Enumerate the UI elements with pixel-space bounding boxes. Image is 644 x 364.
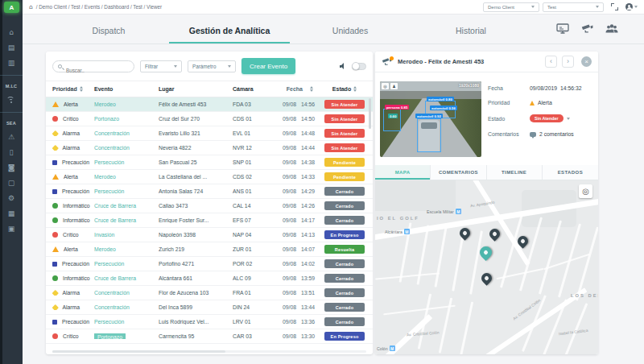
cctv-icon[interactable]	[581, 23, 593, 34]
event-link[interactable]: Merodeo	[94, 174, 116, 180]
warning-icon[interactable]: ⚠	[8, 134, 14, 141]
detail-tab-comentarios[interactable]: COMENTARIOS	[431, 165, 486, 180]
home-icon[interactable]: ⌂	[29, 3, 33, 10]
id-card-icon[interactable]: ▤	[8, 44, 15, 52]
event-link[interactable]: Persecución	[94, 319, 124, 325]
parameter-dropdown[interactable]: Parámetro	[188, 60, 236, 72]
date-cell: 09/0813:51	[275, 290, 323, 296]
sort-icon[interactable]	[80, 86, 83, 92]
column-header-estado[interactable]: Estado	[323, 86, 366, 92]
sort-icon[interactable]	[310, 86, 313, 92]
table-row[interactable]: PrecauciónPersecuciónPortofino 4271POR 0…	[46, 257, 373, 271]
table-row[interactable]: AlarmaConcentraciónFlor de Azucena 103FR…	[46, 286, 373, 300]
cctv-camera-icon[interactable]: ◙	[8, 164, 15, 172]
calculator-icon[interactable]: ▦	[8, 210, 15, 217]
table-row[interactable]: InformáticoCruce de BarreraCallao 3473CA…	[46, 199, 373, 213]
table-row[interactable]: AlarmaConcentraciónDel Inca 5899DIN 2409…	[46, 300, 373, 315]
locate-button[interactable]: ◎	[579, 184, 592, 198]
person-icon[interactable]: ♟	[390, 83, 398, 89]
table-row[interactable]: AlarmaConcentraciónNeveria 4822NVR 1209/…	[46, 141, 373, 155]
wifi-icon[interactable]	[6, 97, 16, 104]
files-icon[interactable]: ▢	[8, 180, 15, 187]
mobile-icon[interactable]: ▯	[10, 149, 14, 156]
priority-label: Alerta	[64, 101, 78, 107]
date-value: 09/08	[283, 217, 296, 223]
chevron-down-icon[interactable]	[567, 118, 570, 120]
sound-mute-icon[interactable]	[340, 63, 346, 69]
event-link[interactable]: Cruce de Barrera	[94, 275, 136, 281]
status-badge: Cerrado	[324, 317, 365, 326]
metro-station[interactable]: Alcántara M	[385, 229, 410, 234]
map-pin[interactable]	[457, 225, 472, 240]
prev-event-button[interactable]: ‹	[545, 56, 557, 68]
table-row[interactable]: PrecauciónPersecuciónLuis Rodriguez Vel.…	[46, 315, 373, 329]
target-icon[interactable]: ◎	[382, 83, 389, 89]
table-row[interactable]: InformáticoCruce de BarreraAlcántara 661…	[46, 271, 373, 286]
event-link[interactable]: Cruce de Barrera	[94, 203, 136, 209]
event-link[interactable]: Concentración	[94, 290, 130, 296]
sound-toggle[interactable]	[352, 63, 366, 70]
table-row[interactable]: PrecauciónPersecuciónSan Pascual 25SNP 0…	[46, 155, 373, 170]
event-link[interactable]: Portonazo	[94, 116, 119, 122]
close-detail-button[interactable]: ×	[581, 56, 592, 67]
table-row[interactable]: CríticoPortonazoCruz del Sur 270CDS 0109…	[46, 112, 373, 126]
place-cell: Enrique Foster Sur...	[159, 217, 233, 223]
event-link[interactable]: Persecución	[94, 159, 124, 165]
event-link[interactable]: Concentración	[94, 130, 130, 136]
detail-tab-mapa[interactable]: MAPA	[375, 165, 431, 180]
detail-tab-timeline[interactable]: TIMELINE	[487, 165, 543, 180]
event-snapshot[interactable]: ◎ ♟ 1920x1080 persona 0.850.60automóvil …	[380, 81, 481, 157]
fullscreen-icon[interactable]	[611, 3, 618, 10]
event-link[interactable]: Persecución	[94, 188, 124, 194]
map-canvas[interactable]: IO EL GOLF LOS DES Av. Apoquindo Av. Cri…	[375, 180, 598, 354]
estado-badge[interactable]: Sin Atender	[530, 114, 564, 122]
table-header: PrioridadEventoLugarCámaraFechaEstado	[46, 81, 373, 97]
create-event-button[interactable]: Crear Evento	[242, 58, 295, 74]
client-dropdown[interactable]: Demo Client	[483, 2, 539, 12]
copy-icon[interactable]: ▥	[8, 60, 15, 67]
home-icon[interactable]: ⌂	[9, 29, 14, 36]
project-dropdown[interactable]: Test	[543, 2, 604, 12]
event-link[interactable]: Persecución	[94, 261, 124, 267]
horizontal-scrollbar[interactable]	[52, 350, 366, 353]
table-row[interactable]: AlertaMerodeoLa Castellana del ...CDS 02…	[46, 170, 373, 184]
next-event-button[interactable]: ›	[562, 56, 574, 68]
monitor-icon[interactable]	[556, 23, 569, 34]
column-header-fecha[interactable]: Fecha	[275, 86, 323, 92]
table-row[interactable]: CríticoPortonazoCarmencita 95CAR 0309/08…	[46, 329, 373, 344]
tab-historial[interactable]: Historial	[411, 14, 531, 43]
detail-tab-estados[interactable]: ESTADOS	[543, 165, 598, 180]
event-link[interactable]: Merodeo	[94, 101, 116, 107]
gear-icon[interactable]: ⚙	[8, 195, 14, 202]
table-row[interactable]: CríticoInvasiónNapoleón 3398NAP 0409/081…	[46, 228, 373, 242]
search-input[interactable]	[53, 65, 134, 76]
column-header-prioridad[interactable]: Prioridad	[52, 86, 94, 92]
vertical-scrollbar[interactable]	[369, 98, 371, 129]
event-link[interactable]: Cruce de Barrera	[94, 217, 136, 223]
map-pin[interactable]	[487, 226, 502, 241]
event-link[interactable]: Concentración	[94, 304, 130, 310]
tab-unidades[interactable]: Unidades	[290, 14, 411, 43]
users-icon[interactable]	[605, 23, 618, 34]
event-link[interactable]: Merodeo	[94, 246, 116, 252]
metro-station[interactable]: Escuela Militar M	[427, 209, 461, 214]
map-pin[interactable]	[479, 271, 493, 285]
tab-dispatch[interactable]: Dispatch	[48, 14, 169, 43]
app-logo[interactable]: A	[4, 2, 19, 13]
event-link[interactable]: Invasión	[94, 232, 114, 238]
table-row[interactable]: InformáticoCruce de BarreraEnrique Foste…	[46, 213, 373, 228]
calendar-icon[interactable]: ▣	[8, 225, 15, 233]
filter-dropdown[interactable]: Filtrar	[140, 60, 182, 72]
table-row[interactable]: AlertaMerodeoZurich 219ZUR 0109/0814:07R…	[46, 242, 373, 257]
map-pin[interactable]	[477, 244, 494, 261]
table-row[interactable]: PrecauciónPersecuciónAntonia Salas 724AN…	[46, 184, 373, 199]
tab-gestion-de-analitica[interactable]: Gestión de Analítica	[169, 14, 290, 43]
event-link[interactable]: Portonazo	[94, 333, 126, 339]
metro-station[interactable]: Colón M	[377, 345, 395, 351]
comentarios-value[interactable]: 2 comentarios	[539, 131, 574, 137]
table-row[interactable]: AlertaMerodeoFélix de Amesti 453FDA 0309…	[46, 97, 373, 112]
table-row[interactable]: AlarmaConcentraciónEvaristo Lillo 321EVL…	[46, 126, 373, 141]
event-link[interactable]: Concentración	[94, 145, 130, 151]
sort-icon[interactable]	[353, 86, 357, 92]
user-menu[interactable]	[625, 3, 638, 10]
